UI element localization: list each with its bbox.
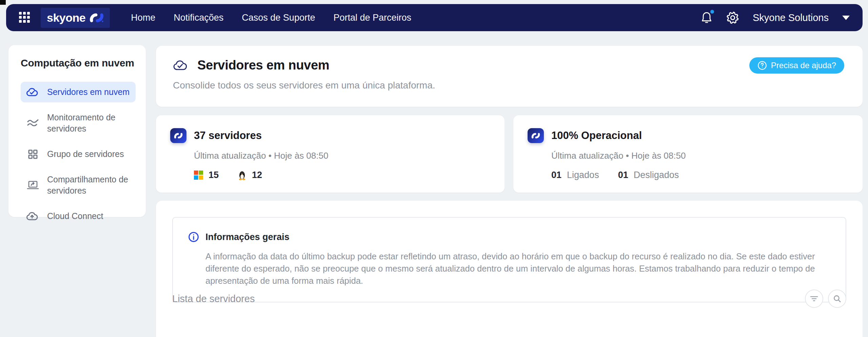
sidebar-item-label: Monitoramento de servidores [47, 112, 130, 134]
page-header-card: Servidores em nuvem Consolide todos os s… [156, 46, 863, 107]
skyone-badge-icon [528, 128, 544, 143]
sidebar-item-label: Compartilhamento de servidores [47, 174, 130, 196]
operational-status-card: 100% Operacional Última atualização • Ho… [513, 115, 863, 193]
powered-off-count: 01 [618, 170, 628, 180]
powered-on-count: 01 [551, 170, 561, 180]
servers-last-update: Última atualização • Hoje às 08:50 [194, 151, 328, 161]
nav-item-portal-de-parceiros[interactable]: Portal de Parceiros [333, 13, 411, 23]
help-button-label: Precisa de ajuda? [771, 61, 836, 70]
server-list-card: Informações gerais A informação da data … [156, 201, 863, 337]
sidebar-item-compartilhamento[interactable]: Compartilhamento de servidores [21, 169, 136, 201]
navbar-actions: Skyone Solutions [701, 11, 850, 24]
skyone-swoosh-icon [90, 12, 104, 23]
notifications-bell-icon[interactable] [701, 11, 713, 24]
skyone-badge-icon [170, 128, 186, 143]
info-title: Informações gerais [205, 232, 290, 242]
sidebar-title: Computação em nuvem [21, 57, 136, 69]
info-body-text: A informação da data do último backup po… [205, 250, 831, 287]
sidebar: Computação em nuvem Servidores em nuvem … [8, 45, 146, 217]
servers-count-title: 37 servidores [194, 130, 328, 142]
sidebar-item-monitoramento[interactable]: Monitoramento de servidores [21, 107, 136, 139]
sidebar-item-grupo-de-servidores[interactable]: Grupo de servidores [21, 144, 136, 164]
grid-squares-icon [26, 149, 40, 159]
chevron-down-icon[interactable] [842, 16, 850, 20]
cloud-check-icon [26, 87, 40, 97]
info-circle-icon [188, 231, 199, 243]
page-title: Servidores em nuvem [197, 58, 329, 73]
linux-count: 12 [252, 170, 262, 180]
activity-waves-icon [26, 119, 40, 127]
share-screen-icon [26, 180, 40, 190]
windows-logo-icon [194, 171, 203, 180]
search-icon [833, 294, 842, 303]
screen-corner-artifact [0, 0, 6, 5]
sidebar-item-label: Servidores em nuvem [47, 86, 130, 98]
server-list-title: Lista de servidores [172, 293, 255, 304]
operational-last-update: Última atualização • Hoje às 08:50 [551, 151, 686, 161]
brand-wordmark: skyone [47, 11, 85, 24]
page-subtitle: Consolide todos os seus servidores em um… [173, 80, 435, 91]
nav-item-casos-de-suporte[interactable]: Casos de Suporte [242, 13, 315, 23]
windows-count: 15 [209, 170, 219, 180]
page-head: Servidores em nuvem Consolide todos os s… [173, 58, 435, 91]
main-menu: Home Notificações Casos de Suporte Porta… [131, 13, 411, 23]
cloud-upload-icon [26, 211, 40, 221]
powered-on-label: Ligados [567, 170, 599, 180]
settings-gear-icon[interactable] [726, 11, 739, 24]
top-navbar: skyone Home Notificações Casos de Suport… [6, 4, 863, 31]
filter-button[interactable] [805, 290, 823, 308]
linux-tux-icon [238, 170, 246, 180]
question-circle-icon [757, 61, 767, 70]
sidebar-item-label: Cloud Connect [47, 211, 103, 222]
sidebar-item-label: Grupo de servidores [47, 148, 124, 160]
servers-summary-card: 37 servidores Última atualização • Hoje … [156, 115, 505, 193]
filter-lines-icon [810, 295, 818, 302]
app-launcher-icon[interactable] [19, 12, 31, 23]
sidebar-item-cloud-connect[interactable]: Cloud Connect [21, 206, 136, 226]
sidebar-item-servidores-em-nuvem[interactable]: Servidores em nuvem [21, 82, 136, 102]
nav-item-home[interactable]: Home [131, 13, 155, 23]
sidebar-list: Servidores em nuvem Monitoramento de ser… [21, 82, 136, 226]
cloud-check-icon [173, 59, 189, 72]
search-button[interactable] [828, 290, 846, 308]
account-menu[interactable]: Skyone Solutions [753, 12, 829, 23]
help-button[interactable]: Precisa de ajuda? [749, 57, 844, 74]
nav-item-notificacoes[interactable]: Notificações [174, 13, 223, 23]
powered-off-label: Desligados [634, 170, 679, 180]
notification-badge-dot [710, 10, 714, 14]
operational-title: 100% Operacional [551, 130, 686, 142]
skyone-logo[interactable]: skyone [41, 8, 110, 28]
